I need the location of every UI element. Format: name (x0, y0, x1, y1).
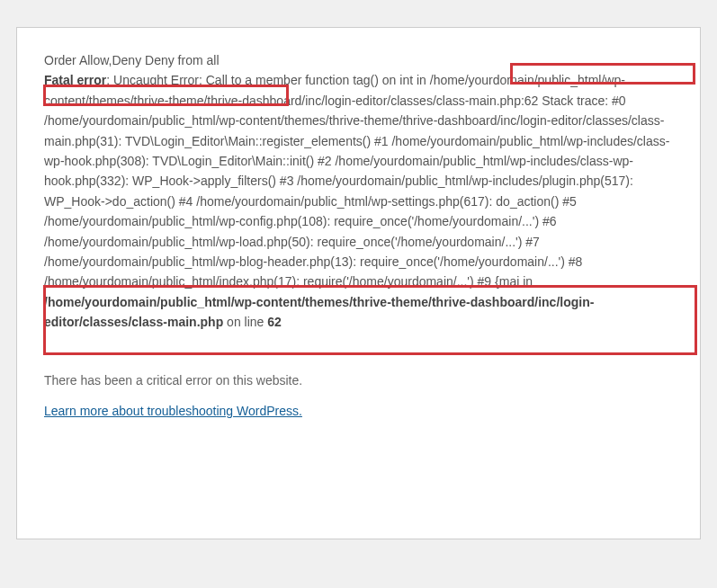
on-line-text: on line (223, 315, 267, 329)
line-number: 62 (267, 315, 282, 329)
fatal-error-path: /home/yourdomain/public_html/wp-content/… (44, 295, 594, 329)
fatal-error-text: : Uncaught Error: Call to a member funct… (44, 73, 669, 289)
troubleshoot-link[interactable]: Learn more about troubleshooting WordPre… (44, 404, 302, 418)
order-line: Order Allow,Deny Deny from all (44, 53, 220, 67)
fatal-error-label: Fatal error (44, 73, 106, 87)
critical-error-message: There has been a critical error on this … (44, 373, 673, 388)
page-wrap: Order Allow,Deny Deny from all Fatal err… (0, 0, 717, 588)
error-content: Order Allow,Deny Deny from all Fatal err… (44, 50, 673, 332)
error-box: Order Allow,Deny Deny from all Fatal err… (16, 27, 701, 539)
